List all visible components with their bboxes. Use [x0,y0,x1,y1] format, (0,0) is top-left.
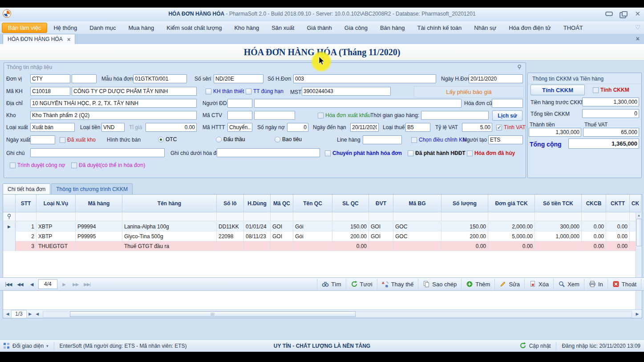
menu-item-10[interactable]: Tài chính kế toán [411,23,468,33]
nguoi-dd-name-input[interactable] [254,99,462,108]
toolbar-button-tươi[interactable]: Tươi [346,279,377,289]
grid-cell[interactable] [535,212,582,221]
table-row[interactable]: ▶1XBTPP99994Lanina-Alpha 100gDD11KK01/01… [3,222,642,232]
table-row[interactable]: 2XBTPP99995Glyco-Tina 500g2209808/11/23G… [3,232,642,241]
grid-cell[interactable]: GOI [369,222,393,232]
kh-than-thiet-checkbox[interactable]: KH thân thiết [206,88,244,94]
grid-cell[interactable]: XBTP [36,232,76,241]
row-selector-cell[interactable] [3,195,16,212]
grid-header-cell[interactable]: H.Dùng [244,195,271,212]
grid-cell[interactable]: GOI [369,232,393,241]
ngay-den-han-input[interactable] [350,123,379,132]
menu-item-3[interactable]: Mua hàng [122,23,160,33]
grid-cell[interactable] [36,212,76,221]
radio-dau-thau-dot[interactable] [216,137,222,142]
grid-header-cell[interactable]: ĐVT [369,195,393,212]
grid-cell[interactable]: 150.00 [332,222,369,232]
da-phat-hanh-box[interactable] [408,150,413,156]
grid-cell[interactable]: 0.00 [332,241,369,251]
ma-httt-input[interactable] [227,123,252,132]
tinh-vat-checkbox[interactable]: Tính VAT [496,124,526,130]
grid-cell[interactable] [293,212,332,221]
grid-cell[interactable] [122,212,217,221]
so-hdon-input[interactable] [293,74,436,83]
ma-kh-input[interactable] [30,87,70,96]
grid-cell[interactable] [441,212,488,221]
grid-cell[interactable] [393,241,441,251]
line-hang-input[interactable] [363,135,402,144]
grid-cell[interactable] [217,212,244,221]
grid-cell[interactable]: 01/01/24 [244,222,271,232]
toolbar-button-sao-chép[interactable]: Sao chép [418,279,462,289]
menu-item-9[interactable]: Bán hàng [374,23,411,33]
grid-cell[interactable] [535,241,582,251]
tong-tien-ckkm-input[interactable] [582,109,639,118]
detail-tab-1[interactable]: Thông tin chương trình CKKM [51,183,133,194]
menu-item-1[interactable]: Hệ thống [47,23,83,33]
ti-gia-input[interactable] [146,123,197,132]
toolbar-button-tìm[interactable]: Tìm [317,279,346,289]
grid-cell[interactable] [244,241,271,251]
scroll-up-icon[interactable]: ▲ [636,212,642,218]
grid-cell[interactable]: 08/11/23 [244,232,271,241]
so-ngay-no-input[interactable] [287,123,308,132]
grid-header-cell[interactable]: Tên hàng [122,195,217,212]
favorites-heart-icon[interactable]: ♡ [635,24,640,31]
ngay-hdon-input[interactable] [469,74,523,83]
nav-prev-page-icon[interactable]: ◀◀ [14,279,26,289]
da-xuat-kho-box[interactable] [60,137,65,143]
menu-item-8[interactable]: Gia công [338,23,374,33]
grid-cell[interactable]: THUEGTGT [36,241,76,251]
row-selector-cell[interactable] [3,241,16,251]
grid-cell[interactable] [582,212,606,221]
grid-cell[interactable]: Glyco-Tina 500g [122,232,217,241]
kh-than-thiet-box[interactable] [206,89,211,94]
grid-cell[interactable]: 0.00 [606,241,630,251]
grid-cell[interactable]: 1 [16,222,36,232]
ghi-chu-duoi-input[interactable] [217,148,320,157]
menu-item-0[interactable]: Bàn làm việc [2,23,47,33]
tinh-ckkm-checkbox[interactable]: Tính CKKM [593,87,629,93]
don-vi-input2[interactable] [72,74,97,83]
loai-xuat-input[interactable] [30,123,75,132]
grid-cell[interactable]: Gói [293,222,332,232]
ty-le-vat-input[interactable] [462,123,492,132]
toolbar-button-thêm[interactable]: Thêm [462,279,495,289]
grid-cell[interactable]: XBTP [36,222,76,232]
grid-cell[interactable] [369,241,393,251]
nav-last-icon[interactable]: ▶▶| [81,279,93,289]
lich-su-button[interactable]: Lịch sử [492,110,522,121]
grid-header-cell[interactable]: Số lượng [441,195,488,212]
tinh-vat-box[interactable] [496,125,502,130]
grid-cell[interactable]: GOC [393,222,441,232]
grid-cell[interactable]: 0.00 [582,232,606,241]
grid-cell[interactable] [16,212,36,221]
grid-cell[interactable] [76,241,122,251]
hoa-don-xuat-khau-checkbox[interactable]: Hóa đơn xuất khẩu [318,112,371,118]
grid-header-cell[interactable]: STT [16,195,36,212]
grid-cell[interactable] [332,212,369,221]
grid-header-cell[interactable]: Loại N.Vụ [36,195,76,212]
ma-ctv-name-input[interactable] [254,111,295,120]
grid-cell[interactable]: GOI [271,232,293,241]
nav-next-page-icon[interactable]: ▶▶ [70,279,81,289]
tinh-ckkm-box[interactable] [593,87,599,93]
da-phat-hanh-checkbox[interactable]: Đã phát hành HĐĐT [408,150,466,156]
toolbar-button-sửa[interactable]: Sửa [495,279,525,289]
grid-header-cell[interactable]: Tên QC [293,195,332,212]
toolbar-button-in[interactable]: In [584,279,608,289]
dia-chi-input[interactable] [30,99,197,108]
grid-header-cell[interactable]: Đơn giá TCK [488,195,535,212]
menu-item-12[interactable]: Hóa đơn điện tử [502,23,557,33]
tab-close-icon[interactable]: × [67,36,71,43]
so-seri-input[interactable] [214,74,263,83]
menu-item-2[interactable]: Danh mục [83,23,122,33]
hoa-don-da-huy-checkbox[interactable]: Hóa đơn đã hủy [467,150,515,156]
kho-input[interactable] [30,111,197,120]
radio-otc-dot[interactable] [158,137,164,142]
grid-cell[interactable]: 2 [16,232,36,241]
grid-cell[interactable]: 1,000,000 [535,232,582,241]
chon-dieu-chinh-km-box[interactable] [411,137,417,143]
mau-hoa-don-input[interactable] [133,74,187,83]
tong-cong-input[interactable] [568,138,639,149]
